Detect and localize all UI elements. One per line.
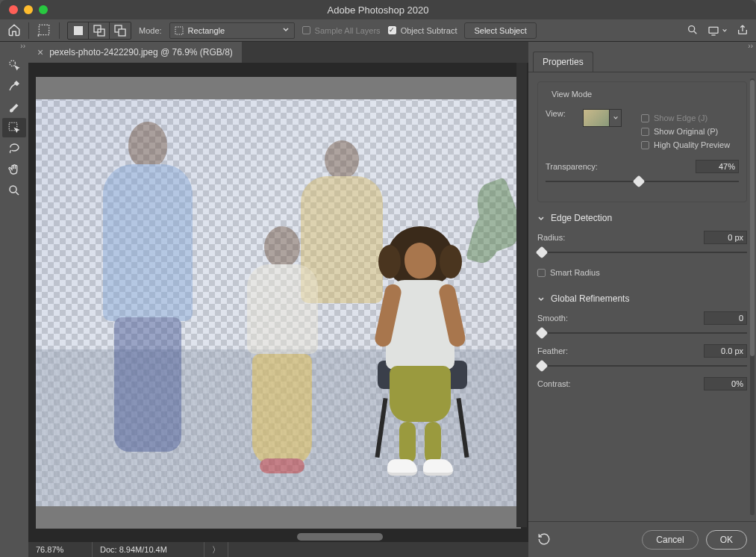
view-mode-group: View Mode View: Show Edge (J): [537, 81, 747, 202]
lasso-tool[interactable]: [2, 139, 26, 158]
current-tool-icon[interactable]: [37, 22, 51, 39]
divider: [28, 22, 29, 39]
screen-mode-icon[interactable]: [707, 25, 728, 37]
radius-field[interactable]: [704, 231, 747, 244]
document-tab[interactable]: × pexels-photo-2422290.jpeg @ 76.9% (RGB…: [28, 42, 242, 63]
hand-tool[interactable]: [2, 160, 26, 179]
view-label: View:: [546, 109, 577, 118]
mode-value: Rectangle: [188, 26, 225, 35]
transparency-field[interactable]: [696, 160, 739, 173]
options-bar: Mode: Rectangle Sample All Layers Object…: [0, 19, 756, 42]
object-subtract-label: Object Subtract: [401, 26, 457, 35]
view-thumbnail[interactable]: [583, 109, 610, 127]
transparency-slider[interactable]: [546, 176, 739, 187]
global-refinements-header[interactable]: Global Refinements: [537, 293, 747, 304]
home-icon[interactable]: [7, 23, 21, 38]
canvas-viewport[interactable]: [28, 63, 528, 542]
panel-scrollbar[interactable]: [750, 78, 755, 515]
ok-button[interactable]: OK: [706, 530, 747, 550]
properties-tab[interactable]: Properties: [533, 52, 593, 72]
divider: [59, 22, 60, 39]
quick-selection-tool[interactable]: [2, 55, 26, 75]
title-bar: Adobe Photoshop 2020: [0, 0, 756, 19]
smooth-field[interactable]: [704, 311, 747, 325]
view-mode-title: View Mode: [549, 90, 595, 99]
object-selection-tool[interactable]: [2, 118, 26, 137]
smart-radius-checkbox[interactable]: Smart Radius: [537, 268, 747, 277]
feather-label: Feather:: [537, 346, 568, 355]
show-edge-checkbox: Show Edge (J): [641, 113, 739, 122]
radius-slider[interactable]: [537, 247, 747, 258]
refine-edge-brush-tool[interactable]: [2, 76, 26, 96]
high-quality-preview-checkbox[interactable]: High Quality Preview: [641, 140, 739, 149]
share-icon[interactable]: [737, 24, 749, 37]
svg-rect-8: [709, 27, 718, 33]
svg-point-11: [10, 186, 16, 193]
tool-strip: [0, 51, 28, 202]
window-controls: [9, 5, 48, 14]
radius-label: Radius:: [537, 233, 565, 242]
object-subtract-checkbox[interactable]: Object Subtract: [388, 26, 457, 35]
status-expand-icon[interactable]: 〉: [204, 542, 228, 557]
contrast-field[interactable]: [704, 377, 747, 390]
maximize-window-button[interactable]: [39, 5, 48, 14]
sample-all-layers-checkbox: Sample All Layers: [302, 26, 381, 35]
sample-all-layers-label: Sample All Layers: [315, 26, 381, 35]
doc-size[interactable]: Doc: 8.94M/10.4M: [93, 542, 204, 557]
feather-slider[interactable]: [537, 361, 747, 371]
smooth-slider[interactable]: [537, 328, 747, 338]
panel-footer: Cancel OK: [528, 521, 756, 557]
transparency-label: Transparency:: [546, 162, 598, 171]
reset-icon[interactable]: [537, 532, 551, 547]
close-tab-icon[interactable]: ×: [37, 46, 43, 58]
edge-detection-header[interactable]: Edge Detection: [537, 213, 747, 223]
contrast-label: Contrast:: [537, 379, 571, 388]
mode-dropdown[interactable]: Rectangle: [169, 22, 295, 39]
vertical-scrollbar[interactable]: [516, 63, 527, 527]
app-title: Adobe Photoshop 2020: [0, 4, 756, 16]
document-tab-title: pexels-photo-2422290.jpeg @ 76.9% (RGB/8…: [49, 47, 233, 57]
svg-point-7: [689, 25, 695, 31]
document-tabs: × pexels-photo-2422290.jpeg @ 76.9% (RGB…: [28, 42, 528, 63]
feather-field[interactable]: [704, 344, 747, 358]
minimize-window-button[interactable]: [24, 5, 33, 14]
show-original-checkbox[interactable]: Show Original (P): [641, 127, 739, 136]
tool-panel-expand-icon[interactable]: ››: [0, 42, 28, 51]
panel-collapse-icon[interactable]: ››: [528, 42, 756, 51]
chevron-down-icon: [282, 26, 290, 35]
brush-tool[interactable]: [2, 97, 26, 116]
document-area: × pexels-photo-2422290.jpeg @ 76.9% (RGB…: [28, 42, 528, 557]
selection-mode-group: [67, 22, 131, 40]
mode-label: Mode:: [139, 26, 162, 35]
status-bar: 76.87% Doc: 8.94M/10.4M 〉: [28, 542, 528, 557]
svg-rect-5: [119, 29, 125, 36]
subtract-selection-button[interactable]: [110, 22, 131, 39]
close-window-button[interactable]: [9, 5, 18, 14]
svg-rect-6: [175, 27, 183, 34]
canvas[interactable]: [36, 77, 521, 529]
cancel-button[interactable]: Cancel: [642, 530, 698, 550]
selected-subject: [349, 226, 491, 458]
svg-rect-1: [74, 26, 83, 35]
select-subject-button[interactable]: Select Subject: [464, 22, 536, 39]
view-dropdown-button[interactable]: [610, 109, 622, 127]
zoom-level[interactable]: 76.87%: [28, 542, 93, 557]
svg-rect-0: [39, 25, 49, 34]
add-selection-button[interactable]: [89, 22, 110, 39]
properties-panel: Properties View Mode View: S: [528, 51, 756, 557]
smooth-label: Smooth:: [537, 314, 568, 323]
horizontal-scrollbar-thumb[interactable]: [297, 533, 383, 541]
search-icon[interactable]: [687, 24, 699, 37]
new-selection-button[interactable]: [68, 22, 89, 39]
zoom-tool[interactable]: [2, 181, 26, 200]
